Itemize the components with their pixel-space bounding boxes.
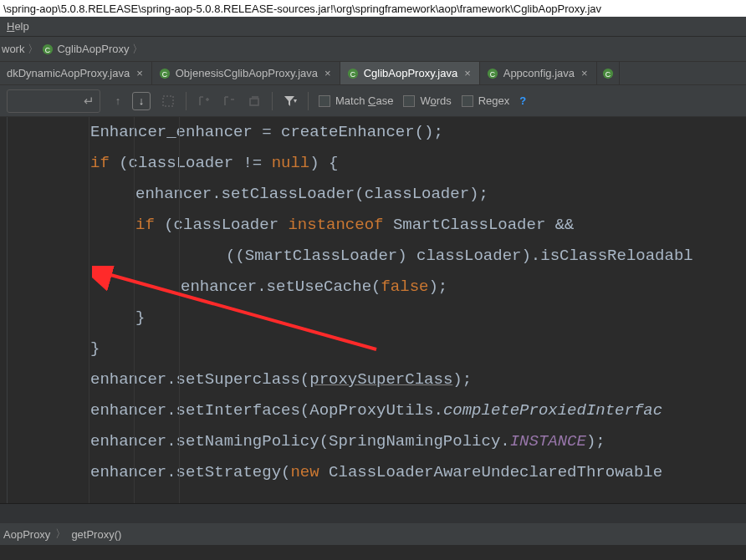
remove-selection-icon[interactable] <box>222 94 237 109</box>
checkbox-label: Regex <box>478 94 510 107</box>
close-icon[interactable]: × <box>462 67 473 79</box>
select-all-occurrences-icon[interactable] <box>247 94 262 109</box>
checkbox-icon <box>319 95 330 107</box>
main-menu-bar: Help <box>0 17 746 37</box>
breadcrumb-sep: 〉 <box>132 42 143 57</box>
bottom-strip <box>0 503 746 523</box>
code-line: enhancer.setStrategy(new ClassLoaderAwar… <box>27 457 746 488</box>
select-all-icon[interactable] <box>161 94 176 109</box>
structure-crumb-method[interactable]: getProxy() <box>71 528 121 541</box>
find-toolbar: ↵ ↑ ↓ ▾ Match Case Words Regex ? <box>0 85 746 117</box>
structure-breadcrumb: AopProxy 〉 getProxy() <box>0 523 746 545</box>
find-history-button[interactable]: ↵ <box>7 89 100 113</box>
code-line: if (classLoader instanceof SmartClassLoa… <box>27 210 746 241</box>
class-lock-icon: C <box>347 68 359 79</box>
svg-text:C: C <box>45 45 50 53</box>
breadcrumb-label: work <box>2 43 24 55</box>
svg-text:C: C <box>490 69 495 78</box>
indent-guide <box>134 117 135 503</box>
code-line: } <box>27 333 746 364</box>
class-icon: C <box>487 68 498 79</box>
svg-text:C: C <box>350 69 355 78</box>
code-line: enhancer.setSuperclass(proxySuperClass); <box>27 364 746 395</box>
class-icon: C <box>42 43 54 55</box>
svg-text:C: C <box>605 69 610 78</box>
gutter-divider <box>7 117 8 503</box>
words-checkbox[interactable]: Words <box>403 94 451 107</box>
checkbox-icon <box>403 95 415 107</box>
code-line: enhancer.setNamingPolicy(SpringNamingPol… <box>27 426 746 457</box>
tab-jdkdynamic[interactable]: dkDynamicAopProxy.java × <box>0 62 152 84</box>
tab-overflow[interactable]: C <box>597 62 620 84</box>
code-line: Enhancer_enhancer = createEnhancer(); <box>27 117 746 148</box>
filter-icon[interactable]: ▾ <box>283 94 298 109</box>
breadcrumb-bar: work 〉 C CglibAopProxy 〉 <box>0 37 746 62</box>
breadcrumb-sep: 〉 <box>55 527 66 542</box>
breadcrumb-item-work[interactable]: work <box>2 43 24 55</box>
enter-arrow-icon: ↵ <box>84 94 95 109</box>
code-line: enhancer.setInterfaces(AopProxyUtils.com… <box>27 395 746 426</box>
tab-objenesis[interactable]: C ObjenesisCglibAopProxy.java × <box>152 62 340 84</box>
arrow-up-icon[interactable]: ↑ <box>110 94 125 109</box>
svg-text:C: C <box>162 69 167 78</box>
nav-arrows: ↑ ↓ <box>110 92 151 110</box>
separator <box>308 92 309 110</box>
indent-guide <box>89 117 89 503</box>
structure-crumb-class[interactable]: AopProxy <box>3 528 50 541</box>
path-text: \spring-aop\5.0.8.RELEASE\spring-aop-5.0… <box>3 3 601 15</box>
tab-label: dkDynamicAopProxy.java <box>7 67 130 79</box>
window-path-bar: \spring-aop\5.0.8.RELEASE\spring-aop-5.0… <box>0 0 746 17</box>
tab-appconfig[interactable]: C Appconfig.java × <box>480 62 597 84</box>
close-icon[interactable]: × <box>323 67 333 79</box>
class-lock-icon: C <box>159 68 171 79</box>
code-line: if (classLoader != null) { <box>27 148 746 179</box>
match-case-checkbox[interactable]: Match Case <box>319 94 393 107</box>
indent-guide <box>179 117 180 503</box>
close-icon[interactable]: × <box>135 67 145 79</box>
tab-label: CglibAopProxy.java <box>364 67 457 79</box>
code-line: enhancer.setUseCache(false); <box>27 272 746 303</box>
checkbox-label: Match Case <box>335 94 393 107</box>
tab-label: ObjenesisCglibAopProxy.java <box>176 67 318 79</box>
regex-checkbox[interactable]: Regex <box>462 94 510 107</box>
add-selection-icon[interactable] <box>197 94 212 109</box>
menu-help[interactable]: Help <box>2 18 34 34</box>
code-editor[interactable]: Enhancer_enhancer = createEnhancer(); if… <box>0 117 746 503</box>
class-icon: C <box>602 68 614 79</box>
arrow-down-button[interactable]: ↓ <box>132 92 151 110</box>
checkbox-icon <box>462 95 473 107</box>
code-line: } <box>27 303 746 333</box>
svg-rect-10 <box>163 96 173 106</box>
breadcrumb-label: CglibAopProxy <box>57 43 129 55</box>
tab-cglib[interactable]: C CglibAopProxy.java × <box>340 62 480 84</box>
code-line: enhancer.setClassLoader(classLoader); <box>27 179 746 210</box>
breadcrumb-item-class[interactable]: C CglibAopProxy <box>42 43 129 55</box>
close-icon[interactable]: × <box>580 67 590 79</box>
code-line: ((SmartClassLoader) classLoader).isClass… <box>27 241 746 272</box>
help-icon[interactable]: ? <box>519 94 526 107</box>
editor-tabs: dkDynamicAopProxy.java × C ObjenesisCgli… <box>0 62 746 85</box>
separator <box>186 92 186 110</box>
svg-rect-11 <box>250 99 258 105</box>
separator <box>272 92 273 110</box>
tab-label: Appconfig.java <box>503 67 575 79</box>
breadcrumb-sep: 〉 <box>28 42 38 57</box>
checkbox-label: Words <box>420 94 451 107</box>
